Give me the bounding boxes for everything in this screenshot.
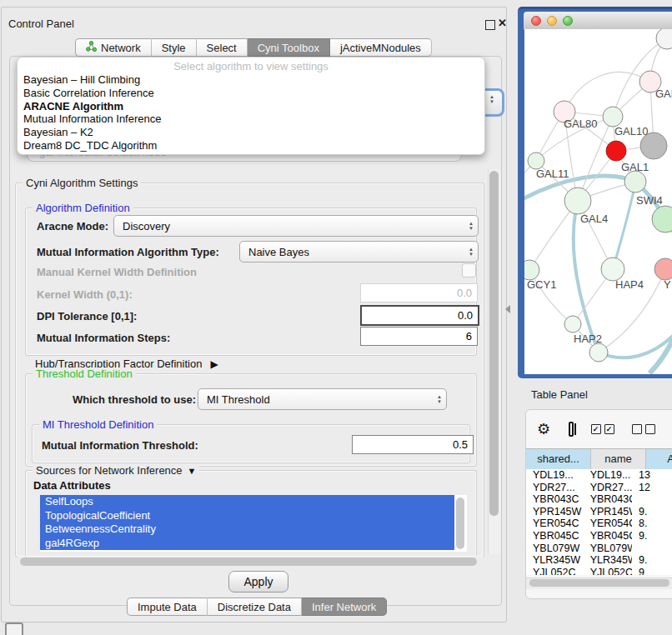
algorithm-option[interactable]: Bayesian – Hill Climbing xyxy=(18,73,484,87)
table-row[interactable]: YBL079WYBL079W xyxy=(526,542,672,555)
algorithm-option[interactable]: Basic Correlation Inference xyxy=(18,87,484,100)
expand-icon[interactable]: ▶ xyxy=(210,358,218,370)
list-scrollbar[interactable] xyxy=(456,498,464,549)
network-node[interactable] xyxy=(652,206,672,232)
tab-discretize-data[interactable]: Discretize Data xyxy=(208,598,302,616)
collapse-icon[interactable]: ▼ xyxy=(188,466,197,476)
column-header-a[interactable]: A xyxy=(646,449,672,469)
network-view-window: GALGAL80GAL10GAL1GAL11GAL4SWI4GCY1HAP4YH… xyxy=(518,7,672,378)
table-panel-title: Table Panel xyxy=(531,388,588,401)
zoom-traffic-light-icon[interactable] xyxy=(563,16,573,26)
gear-icon[interactable]: ⚙ xyxy=(537,420,550,438)
table-row[interactable]: YDL19...YDL19...13 xyxy=(526,469,672,482)
algorithm-option[interactable]: Bayesian – K2 xyxy=(18,126,484,139)
network-node[interactable] xyxy=(606,141,626,161)
tab-jactivemnodules[interactable]: jActiveMNodules xyxy=(330,38,432,57)
table-row[interactable]: YPR145WYPR145W9. xyxy=(526,506,672,518)
mi-algorithm-type-combobox[interactable]: Naive Bayes ▲▼ xyxy=(239,241,479,262)
algorithm-option[interactable]: ARACNE Algorithm xyxy=(18,100,484,113)
table-cell: 9. xyxy=(632,554,672,567)
settings-vscroll-thumb[interactable] xyxy=(489,171,499,516)
mi-algorithm-type-value: Naive Bayes xyxy=(240,246,464,258)
network-node[interactable] xyxy=(589,343,608,362)
node-label: GAL4 xyxy=(580,212,608,225)
node-label: GCY1 xyxy=(527,278,556,291)
network-node[interactable] xyxy=(654,258,672,280)
tab-cyni-toolbox[interactable]: Cyni Toolbox xyxy=(248,38,330,57)
table-cell: YDL19... xyxy=(526,469,584,482)
network-node[interactable] xyxy=(564,188,591,214)
tab-infer-network[interactable]: Infer Network xyxy=(302,598,387,616)
close-traffic-light-icon[interactable] xyxy=(531,16,541,26)
attribute-item[interactable]: BetweennessCentrality xyxy=(40,522,454,537)
aracne-mode-label: Aracne Mode: xyxy=(37,220,108,232)
attribute-item[interactable]: TopologicalCoefficient xyxy=(40,509,454,523)
network-node[interactable] xyxy=(601,258,624,281)
node-label: GAL1 xyxy=(621,161,649,173)
close-icon[interactable]: ✕ xyxy=(498,17,507,29)
settings-hscroll-thumb[interactable] xyxy=(20,558,477,566)
network-edge[interactable] xyxy=(613,183,635,269)
algorithm-option[interactable]: Mutual Information Inference xyxy=(18,112,484,126)
table-row[interactable]: YBR043CYBR043C xyxy=(526,493,672,506)
table-row[interactable]: YDR27...YDR27...12 xyxy=(526,482,672,494)
group-title: Cyni Algorithm Settings xyxy=(23,177,141,189)
network-edge[interactable] xyxy=(564,72,650,112)
select-all-icon[interactable]: ✓✓ xyxy=(591,424,614,434)
table-header: shared...nameA xyxy=(526,448,672,470)
mi-steps-input[interactable]: 6 xyxy=(360,327,478,346)
network-node[interactable] xyxy=(603,107,623,127)
table-cell: YDR27... xyxy=(526,482,584,494)
table-cell: 9 xyxy=(632,567,672,575)
table-cell: YDR27... xyxy=(584,482,632,494)
table-cell: 12 xyxy=(632,482,672,494)
node-label: GAL10 xyxy=(614,125,648,138)
float-window-icon[interactable] xyxy=(485,20,495,30)
table-hscroll-thumb[interactable] xyxy=(529,579,669,587)
network-window-titlebar[interactable] xyxy=(524,12,672,30)
aracne-mode-combobox[interactable]: Discovery ▲▼ xyxy=(113,215,479,237)
table-cell: YER054C xyxy=(526,518,584,530)
network-node[interactable] xyxy=(564,316,581,332)
tab-impute-data[interactable]: Impute Data xyxy=(127,598,208,616)
network-node[interactable] xyxy=(528,152,544,169)
panel-splitter-handle[interactable] xyxy=(505,305,510,313)
apply-button[interactable]: Apply xyxy=(228,571,288,592)
stepper-icon: ▲▼ xyxy=(464,222,478,231)
tab-network[interactable]: Network xyxy=(75,38,152,57)
algorithm-option[interactable]: Dream8 DC_TDC Algorithm xyxy=(18,139,484,152)
attribute-item[interactable]: SelfLoops xyxy=(40,495,454,509)
sources-toggle[interactable]: Sources for Network Inference▼ xyxy=(33,464,199,477)
deselect-all-icon[interactable] xyxy=(632,424,655,434)
docked-window-icon[interactable] xyxy=(5,622,23,635)
table-cell: YLR345W xyxy=(584,554,632,567)
network-node[interactable] xyxy=(656,29,672,49)
table-cell: YJL052C xyxy=(584,567,632,575)
aracne-mode-value: Discovery xyxy=(114,220,464,232)
table-cell: YDL19... xyxy=(584,469,632,482)
columns-icon[interactable] xyxy=(569,422,573,437)
mi-threshold-input[interactable]: 0.5 xyxy=(352,435,474,454)
network-canvas[interactable]: GALGAL80GAL10GAL1GAL11GAL4SWI4GCY1HAP4YH… xyxy=(524,29,672,374)
table-cell: YPR145W xyxy=(584,506,632,518)
table-row[interactable]: YJL052CYJL052C9 xyxy=(526,567,672,575)
column-header-shared-[interactable]: shared... xyxy=(526,449,591,469)
table-row[interactable]: YBR045CYBR045C9. xyxy=(526,530,672,542)
minimize-traffic-light-icon[interactable] xyxy=(547,16,557,26)
which-threshold-combobox[interactable]: MI Threshold ▲▼ xyxy=(198,388,447,410)
group-title: Threshold Definition xyxy=(33,368,136,380)
network-icon xyxy=(86,41,97,54)
network-node[interactable] xyxy=(624,171,646,192)
manual-kernel-checkbox[interactable] xyxy=(462,263,476,278)
which-threshold-value: MI Threshold xyxy=(198,393,433,406)
node-label: GAL11 xyxy=(536,168,569,180)
tab-style[interactable]: Style xyxy=(152,38,197,57)
dpi-tolerance-input[interactable]: 0.0 xyxy=(360,305,479,326)
table-row[interactable]: YLR345WYLR345W9. xyxy=(526,554,672,567)
attribute-item[interactable]: gal4RGexp xyxy=(40,537,454,551)
column-header-name[interactable]: name xyxy=(591,449,646,469)
tab-select[interactable]: Select xyxy=(197,38,248,57)
kernel-width-input[interactable]: 0.0 xyxy=(360,283,478,302)
table-row[interactable]: YER054CYER054C8. xyxy=(526,518,672,530)
network-node[interactable] xyxy=(524,260,539,280)
